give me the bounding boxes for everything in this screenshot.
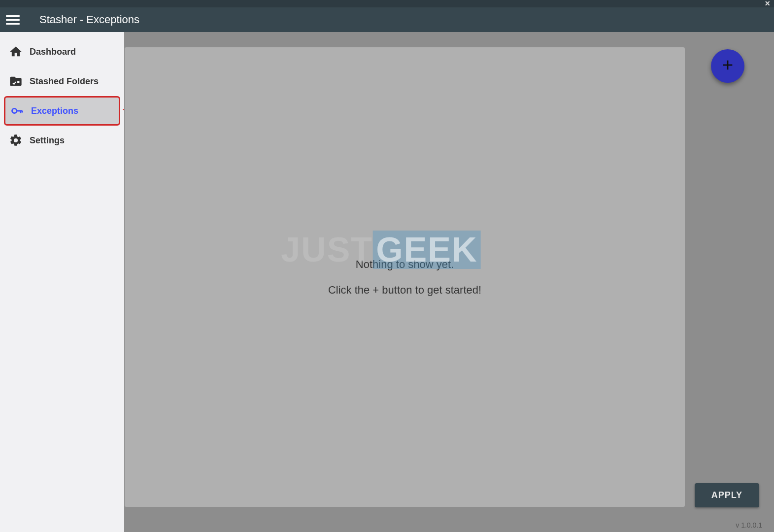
- svg-point-0: [12, 108, 17, 113]
- gear-icon: [9, 133, 23, 147]
- content-card: JUSTGEEK Nothing to show yet. Click the …: [124, 47, 685, 507]
- apply-button[interactable]: APPLY: [695, 483, 759, 507]
- home-icon: [9, 45, 23, 59]
- app-title: Stasher - Exceptions: [39, 13, 139, 26]
- window-titlebar: ×: [0, 0, 774, 7]
- sidebar-item-settings[interactable]: Settings: [0, 126, 124, 155]
- folder-check-x-icon: [9, 74, 23, 88]
- sidebar-item-label: Stashed Folders: [30, 76, 99, 87]
- key-icon: [10, 104, 24, 118]
- sidebar-item-exceptions[interactable]: Exceptions: [4, 96, 120, 126]
- hamburger-menu-button[interactable]: [6, 13, 20, 27]
- sidebar-item-dashboard[interactable]: Dashboard: [0, 37, 124, 66]
- version-label: v 1.0.0.1: [736, 521, 762, 529]
- sidebar-item-stashed-folders[interactable]: Stashed Folders: [0, 66, 124, 96]
- empty-state-line2: Click the + button to get started!: [328, 284, 481, 297]
- main-content: JUSTGEEK Nothing to show yet. Click the …: [124, 32, 774, 532]
- sidebar: Dashboard Stashed Folders Exceptions Set…: [0, 32, 124, 532]
- close-icon[interactable]: ×: [765, 0, 770, 7]
- empty-state-line1: Nothing to show yet.: [356, 258, 454, 271]
- body-area: Dashboard Stashed Folders Exceptions Set…: [0, 32, 774, 532]
- add-button[interactable]: [711, 49, 744, 83]
- sidebar-item-label: Settings: [30, 135, 65, 146]
- sidebar-item-label: Exceptions: [31, 106, 78, 116]
- app-bar: Stasher - Exceptions: [0, 7, 774, 32]
- sidebar-item-label: Dashboard: [30, 47, 76, 57]
- plus-icon: [721, 58, 735, 74]
